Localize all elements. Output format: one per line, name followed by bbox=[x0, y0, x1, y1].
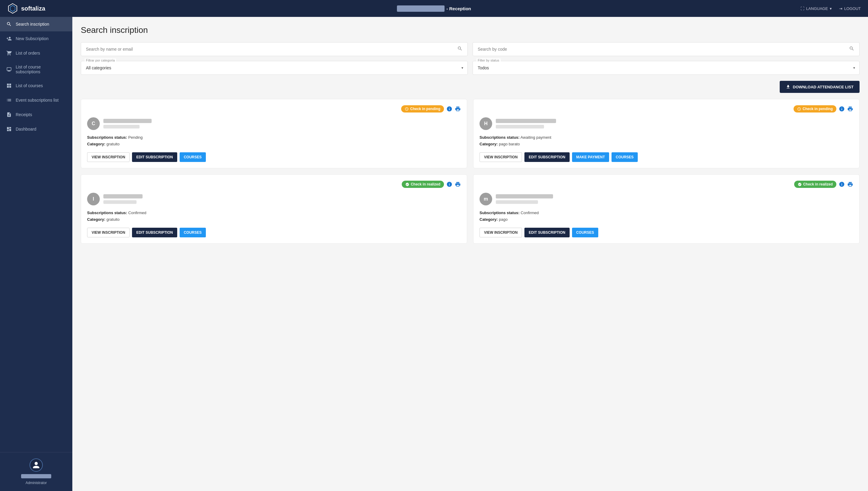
filter-status-group: Filter by status Todos ▾ bbox=[472, 61, 860, 75]
card-3-info: Subscriptions status: Confirmed Category… bbox=[87, 210, 461, 223]
card-4-avatar: m bbox=[479, 193, 492, 205]
card-1-user-name bbox=[103, 119, 152, 123]
page-title: Search inscription bbox=[81, 25, 860, 35]
admin-name-blurred bbox=[21, 474, 51, 478]
filter-category-select[interactable]: All categories bbox=[81, 61, 467, 75]
card-4-view-button[interactable]: VIEW INSCRIPTION bbox=[479, 228, 522, 237]
card-2-sub-status-label: Subscriptions status: bbox=[479, 135, 520, 140]
sidebar-item-list-courses[interactable]: List of courses bbox=[0, 79, 72, 93]
card-4-print-button[interactable] bbox=[847, 181, 853, 187]
clock-icon-2 bbox=[797, 107, 801, 111]
language-label: LANGUAGE bbox=[806, 6, 828, 11]
svg-marker-0 bbox=[8, 4, 17, 13]
card-3-info-button[interactable] bbox=[446, 181, 453, 187]
sidebar-item-list-orders[interactable]: List of orders bbox=[0, 46, 72, 60]
card-1-user-info bbox=[103, 119, 461, 128]
subscription-card-2: Check in pending H bbox=[473, 99, 860, 168]
logo: softaliza bbox=[7, 3, 45, 14]
card-1-print-button[interactable] bbox=[455, 106, 461, 112]
main-content: Search inscription Filtrar por categoría bbox=[72, 17, 868, 491]
card-1-actions: VIEW INSCRIPTION EDIT SUBSCRIPTION COURS… bbox=[87, 152, 461, 162]
search-code-input[interactable] bbox=[473, 42, 844, 56]
card-1-view-button[interactable]: VIEW INSCRIPTION bbox=[87, 152, 130, 162]
search-code-button[interactable] bbox=[844, 46, 859, 53]
card-4-courses-button[interactable]: COURSES bbox=[572, 228, 598, 237]
topnav: softaliza ████████ █████ - Reception ⛶ L… bbox=[0, 0, 868, 17]
card-3-edit-button[interactable]: EDIT SUBSCRIPTION bbox=[132, 228, 177, 237]
list-icon bbox=[6, 97, 12, 103]
logo-text: softaliza bbox=[21, 5, 45, 12]
sidebar-item-event-subscriptions[interactable]: Event subscriptions list bbox=[0, 93, 72, 107]
card-2-payment-button[interactable]: MAKE PAYMENT bbox=[572, 152, 609, 162]
search-icon bbox=[6, 21, 12, 27]
language-icon: ⛶ bbox=[801, 6, 804, 11]
filter-status-select[interactable]: Todos bbox=[473, 61, 859, 75]
filter-category-label: Filtrar por categoría bbox=[85, 59, 116, 62]
card-4-sub-status-label: Subscriptions status: bbox=[479, 210, 520, 215]
card-3-courses-button[interactable]: COURSES bbox=[180, 228, 206, 237]
sidebar-label-list-orders: List of orders bbox=[16, 51, 40, 56]
card-4-user-sub bbox=[496, 200, 538, 204]
card-3-avatar: I bbox=[87, 193, 100, 205]
search-code-box bbox=[472, 42, 860, 56]
card-3-user-name bbox=[103, 194, 143, 198]
search-name-button[interactable] bbox=[453, 46, 467, 53]
logout-button[interactable]: ⇥ LOGOUT bbox=[839, 6, 861, 11]
card-4-user-name bbox=[496, 194, 553, 198]
card-3-user-row: I bbox=[87, 193, 461, 205]
card-4-category-value: pago bbox=[499, 217, 507, 222]
card-1-user-row: C bbox=[87, 117, 461, 130]
card-3-sub-status-label: Subscriptions status: bbox=[87, 210, 127, 215]
card-2-courses-button[interactable]: COURSES bbox=[612, 152, 638, 162]
card-2-user-row: H bbox=[479, 117, 853, 130]
card-1-category-label: Category: bbox=[87, 142, 105, 146]
download-icon bbox=[786, 84, 790, 89]
sidebar-label-event-subscriptions: Event subscriptions list bbox=[16, 98, 59, 103]
card-4-info: Subscriptions status: Confirmed Category… bbox=[479, 210, 853, 223]
admin-label: Administrator bbox=[26, 481, 47, 485]
card-1-info: Subscriptions status: Pending Category: … bbox=[87, 134, 461, 147]
search-row bbox=[81, 42, 860, 56]
card-3-user-sub bbox=[103, 200, 136, 204]
card-4-badges: Check in realized bbox=[479, 181, 853, 188]
card-2-sub-status-value: Awaiting payment bbox=[521, 135, 551, 140]
monitor-icon bbox=[6, 66, 12, 73]
card-3-view-button[interactable]: VIEW INSCRIPTION bbox=[87, 228, 130, 237]
search-name-box bbox=[81, 42, 468, 56]
card-4-actions: VIEW INSCRIPTION EDIT SUBSCRIPTION COURS… bbox=[479, 228, 853, 237]
sidebar-label-new-subscription: New Subscription bbox=[16, 36, 49, 41]
card-4-info-button[interactable] bbox=[839, 181, 845, 187]
card-2-print-button[interactable] bbox=[847, 106, 853, 112]
sidebar-item-search-inscription[interactable]: Search inscription bbox=[0, 17, 72, 31]
card-2-view-button[interactable]: VIEW INSCRIPTION bbox=[479, 152, 522, 162]
card-1-info-button[interactable] bbox=[446, 106, 453, 112]
logout-label: LOGOUT bbox=[844, 6, 861, 11]
sidebar-item-course-subscriptions[interactable]: List of course subscriptions bbox=[0, 60, 72, 79]
card-2-actions: VIEW INSCRIPTION EDIT SUBSCRIPTION MAKE … bbox=[479, 152, 853, 162]
card-1-sub-status-value: Pending bbox=[128, 135, 143, 140]
sidebar-label-search: Search inscription bbox=[16, 22, 49, 27]
language-button[interactable]: ⛶ LANGUAGE ▾ bbox=[801, 6, 832, 11]
sidebar: Search inscription New Subscription List… bbox=[0, 17, 72, 491]
card-3-print-button[interactable] bbox=[455, 181, 461, 187]
sidebar-item-dashboard[interactable]: Dashboard bbox=[0, 122, 72, 136]
topnav-right: ⛶ LANGUAGE ▾ ⇥ LOGOUT bbox=[801, 6, 861, 11]
card-1-badges: Check in pending bbox=[87, 105, 461, 113]
card-2-user-sub bbox=[496, 125, 544, 128]
card-2-info-button[interactable] bbox=[839, 106, 845, 112]
checkin-realized-badge: Check in realized bbox=[402, 181, 444, 188]
card-1-courses-button[interactable]: COURSES bbox=[180, 152, 206, 162]
sidebar-item-receipts[interactable]: Receipts bbox=[0, 107, 72, 122]
filter-status-label: Filter by status bbox=[476, 59, 501, 62]
card-2-edit-button[interactable]: EDIT SUBSCRIPTION bbox=[524, 152, 569, 162]
grid-icon bbox=[6, 83, 12, 89]
checkin-pending-badge: Check in pending bbox=[401, 105, 444, 113]
card-4-edit-button[interactable]: EDIT SUBSCRIPTION bbox=[524, 228, 569, 237]
card-3-sub-status-value: Confirmed bbox=[128, 210, 147, 215]
card-2-category-label: Category: bbox=[479, 142, 498, 146]
card-1-edit-button[interactable]: EDIT SUBSCRIPTION bbox=[132, 152, 177, 162]
card-2-badges: Check in pending bbox=[479, 105, 853, 113]
sidebar-item-new-subscription[interactable]: New Subscription bbox=[0, 31, 72, 46]
download-attendance-button[interactable]: DOWNLOAD ATTENDANCE LIST bbox=[780, 81, 860, 93]
search-name-input[interactable] bbox=[81, 42, 453, 56]
